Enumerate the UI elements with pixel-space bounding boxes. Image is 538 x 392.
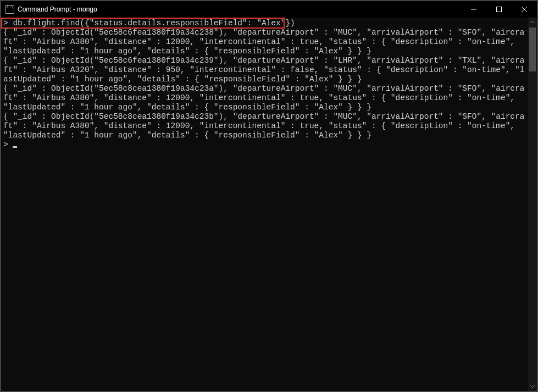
maximize-icon	[496, 7, 502, 12]
close-button[interactable]	[512, 1, 537, 18]
command-line: > db.flight.find({"status.details.respon…	[3, 19, 295, 27]
titlebar[interactable]: Command Prompt - mongo	[1, 1, 537, 18]
terminal-area[interactable]: > db.flight.find({"status.details.respon…	[1, 18, 537, 391]
window-title: Command Prompt - mongo	[18, 5, 97, 13]
cursor	[13, 146, 17, 148]
result-line: { "_id" : ObjectId("5ec58c6fea1380f19a34…	[3, 56, 524, 84]
command-prompt-window: Command Prompt - mongo > db.flight.find(…	[1, 1, 537, 391]
scrollbar-thumb[interactable]	[529, 27, 536, 71]
close-icon	[522, 7, 527, 12]
maximize-button[interactable]	[486, 1, 512, 18]
cmd-icon	[5, 5, 14, 14]
terminal-output[interactable]: > db.flight.find({"status.details.respon…	[3, 19, 528, 390]
result-line: { "_id" : ObjectId("5ec58c6fea1380f19a34…	[3, 28, 524, 56]
scroll-up-button[interactable]	[528, 18, 537, 26]
minimize-icon	[471, 7, 476, 12]
scroll-down-button[interactable]	[528, 382, 537, 391]
svg-rect-0	[497, 7, 502, 12]
result-line: { "_id" : ObjectId("5ec58c8cea1380f19a34…	[3, 112, 524, 140]
chevron-down-icon	[530, 384, 535, 389]
minimize-button[interactable]	[461, 1, 486, 18]
chevron-up-icon	[530, 20, 535, 24]
result-line: { "_id" : ObjectId("5ec58c8cea1380f19a34…	[3, 84, 524, 112]
vertical-scrollbar[interactable]	[528, 18, 537, 391]
prompt-line: >	[3, 140, 13, 149]
